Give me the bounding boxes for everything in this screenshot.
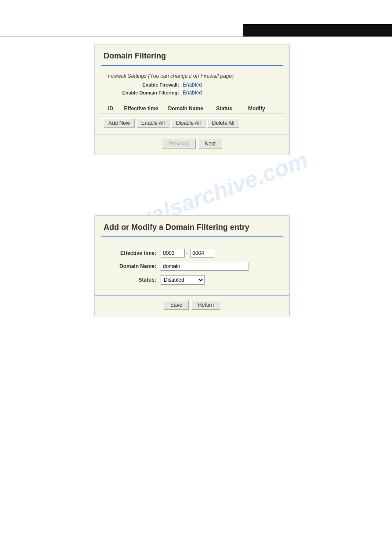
col-header-status: Status — [216, 105, 248, 112]
time-separator: - — [187, 250, 188, 257]
domain-name-row: Domain Name: — [104, 262, 281, 271]
effective-time-end-input[interactable] — [190, 249, 214, 258]
effective-time-row: Effective time: - — [104, 249, 281, 258]
delete-all-button[interactable]: Delete All — [207, 118, 239, 128]
domain-filtering-label: Enable Domain Filtering: — [108, 90, 183, 95]
effective-time-start-input[interactable] — [161, 249, 185, 258]
nav-row: Previous Next — [95, 134, 289, 155]
col-header-domain: Domain Name — [168, 105, 216, 112]
panel2-divider — [101, 236, 283, 237]
col-header-etime: Effective time — [124, 105, 168, 112]
domain-filtering-value: Enabled — [183, 90, 202, 96]
top-line — [0, 36, 392, 37]
domain-filtering-row: Enable Domain Filtering: Enabled — [108, 90, 281, 96]
status-label: Status: — [104, 277, 161, 283]
disable-all-button[interactable]: Disable All — [171, 118, 205, 128]
firewall-section: Firewall Settings (You can change it on … — [95, 71, 289, 102]
status-row: Status: Disabled Enabled — [104, 275, 281, 285]
panel1-divider — [101, 65, 283, 66]
save-row: Save Return — [95, 295, 289, 316]
next-button[interactable]: Next — [198, 139, 223, 149]
domain-name-input[interactable] — [161, 262, 248, 271]
firewall-enable-label: Enable Firewall: — [108, 82, 183, 87]
panel2-title: Add or Modify a Domain Filtering entry — [95, 216, 289, 236]
form-section: Effective time: - Domain Name: Status: D… — [95, 243, 289, 294]
enable-all-button[interactable]: Enable All — [137, 118, 169, 128]
previous-button[interactable]: Previous — [162, 139, 196, 149]
add-new-button[interactable]: Add New — [104, 118, 135, 128]
return-button[interactable]: Return — [191, 300, 220, 310]
domain-filtering-panel: Domain Filtering Firewall Settings (You … — [94, 44, 290, 155]
status-select[interactable]: Disabled Enabled — [161, 275, 205, 285]
effective-time-label: Effective time: — [104, 250, 161, 256]
action-buttons: Add New Enable All Disable All Delete Al… — [95, 114, 289, 132]
col-header-id: ID — [108, 105, 124, 112]
firewall-enable-value: Enabled — [183, 82, 202, 88]
firewall-section-title: Firewall Settings (You can change it on … — [108, 73, 281, 79]
table-headers: ID Effective time Domain Name Status Mod… — [99, 102, 285, 114]
col-header-modify: Modify — [248, 105, 276, 112]
add-modify-panel: Add or Modify a Domain Filtering entry E… — [94, 215, 290, 316]
top-bar — [243, 24, 392, 36]
panel1-title: Domain Filtering — [95, 44, 289, 65]
domain-name-label: Domain Name: — [104, 263, 161, 269]
firewall-enable-row: Enable Firewall: Enabled — [108, 82, 281, 88]
save-button[interactable]: Save — [164, 300, 189, 310]
